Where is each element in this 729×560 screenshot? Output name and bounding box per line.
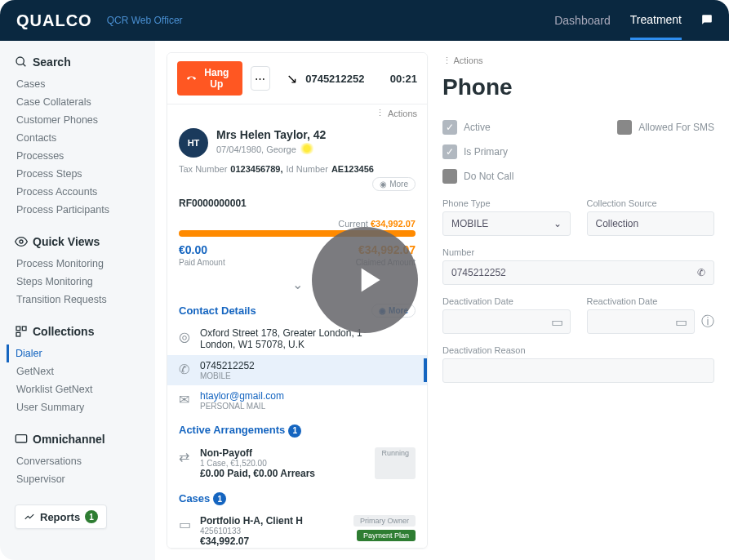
sidebar-item-processes[interactable]: Processes — [15, 147, 147, 165]
app-subtitle: QCR Web Officer — [107, 15, 183, 26]
call-number: 0745212252 — [305, 73, 364, 85]
sidebar-quickviews-header: Quick Views — [15, 235, 147, 248]
sidebar-item-conversations[interactable]: Conversations — [15, 452, 147, 470]
contact-phone[interactable]: ✆ 0745212252 MOBILE — [167, 355, 427, 385]
email-icon: ✉ — [179, 392, 192, 407]
svg-rect-3 — [16, 327, 20, 331]
customer-more-button[interactable]: ◉ More — [372, 177, 416, 191]
sidebar-item-process-steps[interactable]: Process Steps — [15, 165, 147, 183]
chevron-down-icon: ⌄ — [553, 218, 562, 229]
sidebar-item-user-summary[interactable]: User Summary — [15, 398, 147, 416]
svg-rect-6 — [16, 435, 26, 442]
svg-point-2 — [20, 240, 23, 243]
phone-number-input[interactable]: 0745212252✆ — [442, 260, 714, 285]
sidebar-item-process-participants[interactable]: Process Participants — [15, 201, 147, 219]
reference-number: RF0000000001 — [167, 194, 427, 212]
case-row[interactable]: ▭ Portfolio H-A, Client H 425610133 €34,… — [167, 510, 427, 549]
deactivation-reason-input[interactable] — [442, 358, 714, 383]
sidebar-item-process-accounts[interactable]: Process Accounts — [15, 183, 147, 201]
sidebar-item-case-collaterals[interactable]: Case Collaterals — [15, 93, 147, 111]
sidebar-item-transition-requests[interactable]: Transition Requests — [15, 291, 147, 309]
sidebar-item-getnext[interactable]: GetNext — [15, 362, 147, 380]
checkbox-do-not-call[interactable]: Do Not Call — [442, 169, 714, 184]
sidebar-item-steps-monitoring[interactable]: Steps Monitoring — [15, 273, 147, 291]
play-button-overlay[interactable] — [312, 227, 418, 333]
contact-details-header: Contact Details — [179, 304, 256, 317]
phone-type-select[interactable]: MOBILE⌄ — [442, 211, 571, 236]
call-more-button[interactable]: ⋯ — [251, 66, 270, 91]
collection-source-input[interactable]: Collection — [587, 211, 715, 236]
phone-icon: ✆ — [179, 362, 192, 377]
phone-detail-panel: ⋮ Actions Phone ✓Active Allowed For SMS … — [428, 52, 729, 549]
checkbox-primary[interactable]: ✓Is Primary — [442, 144, 714, 159]
phone-panel-title: Phone — [442, 74, 714, 100]
svg-rect-5 — [16, 332, 20, 336]
case-plan-tag: Payment Plan — [357, 530, 416, 541]
messages-icon[interactable] — [701, 14, 713, 28]
sidebar-item-customer-phones[interactable]: Customer Phones — [15, 111, 147, 129]
sidebar-item-dialer[interactable]: Dialer — [7, 344, 147, 362]
checkbox-active[interactable]: ✓Active — [442, 120, 491, 135]
sidebar-item-cases[interactable]: Cases — [15, 75, 147, 93]
info-icon[interactable]: ⓘ — [701, 313, 714, 331]
sidebar-omni-header: Omnichannel — [15, 433, 147, 446]
case-owner-tag: Primary Owner — [353, 515, 416, 527]
reports-count-badge: 1 — [85, 510, 98, 523]
deactivation-date-input[interactable]: ▭ — [442, 309, 571, 334]
sidebar-item-worklist-getnext[interactable]: Worklist GetNext — [15, 380, 147, 398]
calendar-icon: ▭ — [675, 314, 687, 330]
sidebar: Search Cases Case Collaterals Customer P… — [0, 41, 155, 560]
cases-header: Cases1 — [167, 484, 427, 511]
sidebar-item-contacts[interactable]: Contacts — [15, 129, 147, 147]
calendar-icon: ▭ — [551, 314, 563, 330]
customer-avatar: HT — [179, 128, 208, 158]
svg-rect-4 — [22, 327, 26, 331]
chevron-down-icon[interactable]: ⌄ — [292, 278, 303, 291]
phone-icon: ✆ — [697, 267, 705, 278]
phone-outgoing-icon: ↘ — [287, 71, 297, 87]
customer-name: Mrs Helen Taylor, 42 — [216, 128, 326, 141]
call-timer: 00:21 — [390, 73, 417, 85]
hangup-button[interactable]: Hang Up — [177, 61, 242, 96]
paid-amount: €0.00 — [179, 243, 207, 256]
case-actions-link[interactable]: Actions — [388, 109, 417, 118]
customer-dob: 07/04/1980, George — [216, 141, 326, 154]
sidebar-search-header: Search — [15, 56, 147, 69]
handshake-icon: ⇄ — [179, 449, 192, 479]
nav-dashboard[interactable]: Dashboard — [554, 14, 611, 38]
location-icon: ◎ — [179, 329, 192, 344]
cursor-icon — [299, 143, 315, 154]
top-bar: QUALCO QCR Web Officer Dashboard Treatme… — [0, 0, 729, 41]
svg-line-1 — [23, 64, 25, 66]
folder-icon: ▭ — [179, 517, 192, 547]
svg-point-0 — [16, 57, 24, 64]
arrangement-status: Running — [375, 447, 416, 479]
sidebar-collections-header: Collections — [15, 325, 147, 338]
reports-button[interactable]: Reports 1 — [15, 504, 107, 529]
sidebar-item-process-monitoring[interactable]: Process Monitoring — [15, 255, 147, 273]
brand-logo: QUALCO — [16, 11, 92, 30]
phone-actions-link[interactable]: Actions — [453, 56, 482, 65]
arrangement-row[interactable]: ⇄ Non-Payoff 1 Case, €1,520.00 £0.00 Pai… — [167, 442, 427, 484]
nav-treatment[interactable]: Treatment — [630, 13, 682, 40]
checkbox-allowed-sms[interactable]: Allowed For SMS — [617, 120, 714, 135]
arrangements-header: Active Arrangements1 — [167, 416, 427, 442]
sidebar-item-supervisor[interactable]: Supervisor — [15, 470, 147, 488]
contact-email[interactable]: ✉ htaylor@gmail.com PERSONAL MAIL — [167, 385, 427, 416]
reactivation-date-input[interactable]: ▭ — [587, 309, 696, 334]
